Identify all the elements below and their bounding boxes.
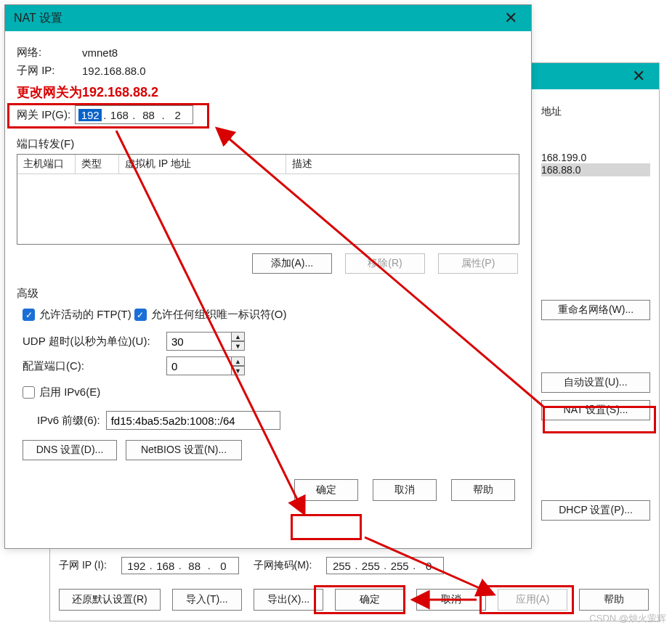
subnet-ip-label: 子网 IP: [17,64,68,78]
port-forward-table: 主机端口 类型 虚拟机 IP 地址 描述 [17,154,519,245]
subnet-ip-label: 子网 IP (I): [59,559,107,572]
auto-settings-button[interactable]: 自动设置(U)... [541,372,650,393]
advanced-label: 高级 [17,287,519,301]
udp-timeout-input[interactable] [166,332,232,351]
network-value: vmnet8 [82,46,118,59]
ipv6-prefix-input[interactable] [106,411,280,430]
allow-any-oui-checkbox[interactable]: 允许任何组织唯一标识符(O) [134,308,287,322]
subnet-ip-field[interactable]: 192. 168. 88. 0 [121,557,239,574]
export-button[interactable]: 导出(X)... [254,589,323,611]
help-button-back[interactable]: 帮助 [579,589,649,611]
col-vm-ip[interactable]: 虚拟机 IP 地址 [119,155,286,174]
nat-titlebar: NAT 设置 ✕ [5,5,531,31]
cancel-button[interactable]: 取消 [373,479,437,501]
close-icon[interactable]: ✕ [626,63,652,89]
network-row-1[interactable]: 168.199.0 [541,152,650,163]
network-row-2-selected[interactable]: 168.88.0 [541,163,650,176]
close-icon[interactable]: ✕ [498,5,524,31]
gateway-octet-4[interactable]: 2 [166,109,190,121]
port-forward-body[interactable] [17,174,519,244]
checkbox-icon [23,309,35,321]
help-button[interactable]: 帮助 [451,479,515,501]
network-label: 网络: [17,46,68,60]
add-port-button[interactable]: 添加(A)... [252,253,332,274]
port-properties-button: 属性(P) [438,253,518,274]
subnet-mask-label: 子网掩码(M): [254,559,312,572]
subnet-mask-field[interactable]: 255. 255. 255. 0 [326,557,444,574]
col-description[interactable]: 描述 [286,155,519,174]
remove-port-button: 移除(R) [345,253,425,274]
config-port-label: 配置端口(C): [23,359,161,373]
dhcp-settings-button[interactable]: DHCP 设置(P)... [541,500,650,521]
subnet-ip-value: 192.168.88.0 [82,65,146,77]
cancel-button-back[interactable]: 取消 [416,589,486,611]
gateway-ip-label: 网关 IP(G): [17,108,70,122]
nat-settings-button[interactable]: NAT 设置(S)... [541,400,650,420]
col-type[interactable]: 类型 [76,155,119,174]
col-host-port[interactable]: 主机端口 [17,155,76,174]
gateway-octet-1[interactable]: 192 [78,109,102,121]
ok-button[interactable]: 确定 [294,479,358,501]
netbios-settings-button[interactable]: NetBIOS 设置(N)... [126,440,242,460]
udp-timeout-label: UDP 超时(以秒为单位)(U): [23,335,161,348]
restore-defaults-button[interactable]: 还原默认设置(R) [59,589,161,611]
annotation-change-gateway: 更改网关为192.168.88.2 [17,83,519,101]
apply-button-back[interactable]: 应用(A) [498,589,567,611]
import-button[interactable]: 导入(T)... [172,589,242,611]
spinner-down-icon[interactable]: ▼ [232,341,245,351]
checkbox-icon [23,386,35,399]
config-port-input[interactable] [166,356,232,375]
spinner-up-icon[interactable]: ▲ [232,332,245,341]
rename-network-button[interactable]: 重命名网络(W)... [541,300,650,320]
spinner-up-icon[interactable]: ▲ [232,356,245,366]
spinner-down-icon[interactable]: ▼ [232,366,245,375]
ipv6-prefix-label: IPv6 前缀(6): [37,414,100,428]
gateway-octet-3[interactable]: 88 [137,109,161,121]
column-header-address: 地址 [541,105,650,118]
dns-settings-button[interactable]: DNS 设置(D)... [23,440,117,460]
gateway-octet-2[interactable]: 168 [108,109,131,121]
gateway-ip-field[interactable]: 192. 168. 88. 2 [75,105,193,124]
nat-settings-dialog: NAT 设置 ✕ 网络: vmnet8 子网 IP: 192.168.88.0 … [4,4,532,549]
watermark: CSDN @烛火萤辉 [589,612,666,625]
port-forward-label: 端口转发(F) [17,137,519,151]
enable-ipv6-checkbox[interactable]: 启用 IPv6(E) [23,386,100,399]
checkbox-icon [134,309,147,321]
config-port-spinner[interactable]: ▲ ▼ [166,356,245,375]
nat-title-text: NAT 设置 [14,11,62,26]
ok-button-back[interactable]: 确定 [335,589,405,611]
allow-active-ftp-checkbox[interactable]: 允许活动的 FTP(T) [23,308,131,322]
udp-timeout-spinner[interactable]: ▲ ▼ [166,332,245,351]
